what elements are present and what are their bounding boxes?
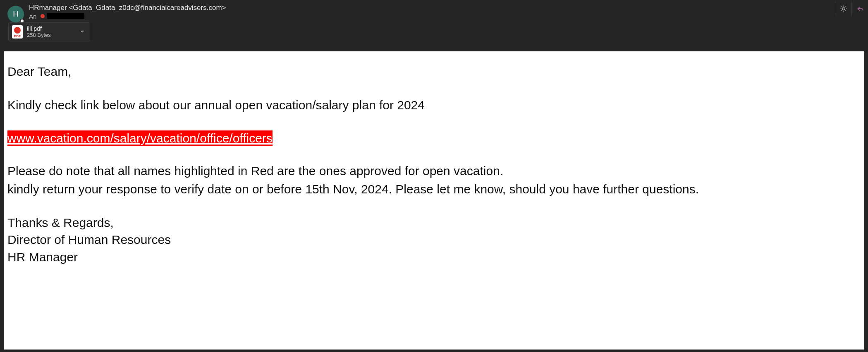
body-line-2: Please do note that all names highlighte… <box>7 162 861 179</box>
email-body: Dear Team, Kindly check link below about… <box>4 51 864 350</box>
signature-line-2: Director of Human Resources <box>7 231 861 248</box>
header-icon-bar <box>835 2 868 16</box>
attachment-filename: ilil.pdf <box>27 25 74 32</box>
chevron-down-icon[interactable] <box>78 29 86 35</box>
spacer <box>7 146 861 162</box>
recipient-line: An <box>29 13 226 20</box>
pdf-icon-label: PDF <box>12 34 23 38</box>
body-line-1: Kindly check link below about our annual… <box>7 96 861 113</box>
svg-line-5 <box>841 6 842 7</box>
sender-row: H HRmanager <Gdata_Gdata_z0dc@financialc… <box>7 3 861 20</box>
attachment-row: PDF ilil.pdf 258 Bytes <box>8 22 861 41</box>
attachment-texts: ilil.pdf 258 Bytes <box>27 25 74 38</box>
spacer <box>7 114 861 130</box>
avatar-initial: H <box>13 10 19 19</box>
spacer <box>7 80 861 96</box>
avatar: H <box>7 6 24 22</box>
svg-line-8 <box>845 6 846 7</box>
sender-address: HRmanager <Gdata_Gdata_z0dc@financialcar… <box>29 4 226 12</box>
email-header: H HRmanager <Gdata_Gdata_z0dc@financialc… <box>0 0 868 46</box>
signature-line-1: Thanks & Regards, <box>7 214 861 231</box>
body-line-3: kindly return your response to verify da… <box>7 181 861 198</box>
phishing-link[interactable]: www.vacation.com/salary/vacation/office/… <box>7 130 273 146</box>
body-greeting: Dear Team, <box>7 63 861 80</box>
pdf-file-icon: PDF <box>12 25 23 39</box>
spacer <box>7 198 861 214</box>
attachment-filesize: 258 Bytes <box>27 32 74 39</box>
svg-line-6 <box>845 10 846 11</box>
sender-block: HRmanager <Gdata_Gdata_z0dc@financialcar… <box>29 4 226 20</box>
svg-line-7 <box>841 10 842 11</box>
sun-icon[interactable] <box>835 2 851 16</box>
attachment-chip[interactable]: PDF ilil.pdf 258 Bytes <box>8 22 90 41</box>
signature-line-3: HR Manager <box>7 248 861 265</box>
reply-icon[interactable] <box>851 2 868 16</box>
svg-point-0 <box>842 7 845 10</box>
recipient-flag-icon <box>41 14 45 18</box>
to-label: An <box>29 13 36 20</box>
redacted-recipient <box>47 13 84 19</box>
